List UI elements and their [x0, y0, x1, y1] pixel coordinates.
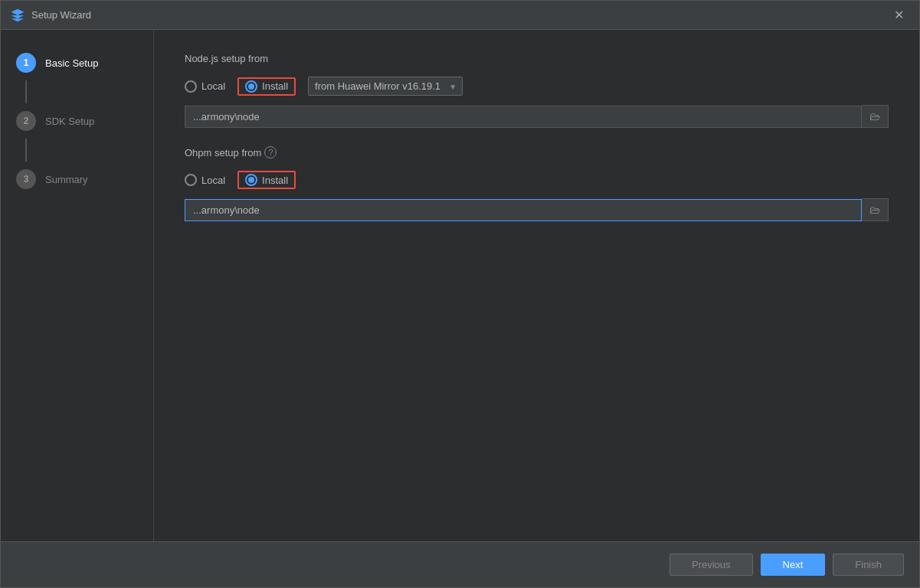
- nodejs-path-input[interactable]: [185, 106, 862, 128]
- step-connector-2-3: [25, 139, 27, 162]
- sidebar-item-summary[interactable]: 3 Summary: [1, 162, 153, 197]
- finish-button[interactable]: Finish: [833, 554, 904, 576]
- step-number-3: 3: [16, 169, 36, 189]
- ohpm-install-label[interactable]: Install: [245, 174, 288, 186]
- main-content: Node.js setup from Local Install: [154, 30, 919, 541]
- ohpm-local-label[interactable]: Local: [185, 174, 225, 186]
- nodejs-local-label[interactable]: Local: [185, 80, 225, 93]
- sidebar-item-basic-setup[interactable]: 1 Basic Setup: [1, 45, 153, 80]
- sidebar: 1 Basic Setup 2 SDK Setup 3 Summary: [1, 30, 154, 541]
- nodejs-local-radio[interactable]: [185, 80, 197, 93]
- nodejs-install-box: Install: [237, 77, 296, 96]
- nodejs-mirror-row: from Huawei Mirror v16.19.1 from Officia…: [308, 77, 463, 96]
- nodejs-install-label[interactable]: Install: [245, 80, 288, 93]
- step-number-2: 2: [16, 111, 36, 131]
- step-label-sdk-setup: SDK Setup: [45, 116, 94, 127]
- setup-wizard-window: Setup Wizard ✕ 1 Basic Setup 2 SDK Setup…: [0, 0, 920, 588]
- ohpm-local-radio[interactable]: [185, 174, 197, 186]
- nodejs-path-row: 🗁: [185, 105, 889, 128]
- ohpm-path-input[interactable]: [185, 199, 862, 221]
- ohpm-section: Ohpm setup from ? Local Install: [185, 146, 889, 221]
- ohpm-option-row: Local Install: [185, 171, 889, 189]
- nodejs-mirror-select[interactable]: from Huawei Mirror v16.19.1 from Officia…: [308, 77, 463, 96]
- title-bar: Setup Wizard ✕: [1, 1, 919, 30]
- step-label-summary: Summary: [45, 174, 88, 185]
- close-button[interactable]: ✕: [888, 5, 910, 25]
- ohpm-section-title: Ohpm setup from: [185, 147, 261, 158]
- step-connector-1-2: [25, 80, 27, 103]
- next-button[interactable]: Next: [761, 554, 826, 576]
- nodejs-option-row: Local Install from Huawei Mirror v16.19.…: [185, 77, 889, 96]
- nodejs-install-radio[interactable]: [245, 80, 257, 93]
- ohpm-help-icon[interactable]: ?: [264, 146, 277, 158]
- ohpm-install-box: Install: [237, 171, 296, 189]
- footer: Previous Next Finish: [1, 541, 919, 587]
- app-logo-icon: [10, 8, 25, 23]
- window-title: Setup Wizard: [31, 9, 888, 21]
- mirror-select-wrapper[interactable]: from Huawei Mirror v16.19.1 from Officia…: [308, 77, 463, 96]
- previous-button[interactable]: Previous: [670, 554, 753, 576]
- content-area: 1 Basic Setup 2 SDK Setup 3 Summary Node…: [1, 30, 919, 541]
- ohpm-path-row: 🗁: [185, 198, 889, 221]
- ohpm-folder-button[interactable]: 🗁: [862, 198, 889, 221]
- nodejs-section: Node.js setup from Local Install: [185, 53, 889, 128]
- step-label-basic-setup: Basic Setup: [45, 57, 98, 69]
- nodejs-section-title: Node.js setup from: [185, 53, 889, 64]
- nodejs-folder-button[interactable]: 🗁: [862, 105, 889, 128]
- ohpm-install-radio[interactable]: [245, 174, 257, 186]
- sidebar-item-sdk-setup[interactable]: 2 SDK Setup: [1, 103, 153, 139]
- step-number-1: 1: [16, 53, 36, 73]
